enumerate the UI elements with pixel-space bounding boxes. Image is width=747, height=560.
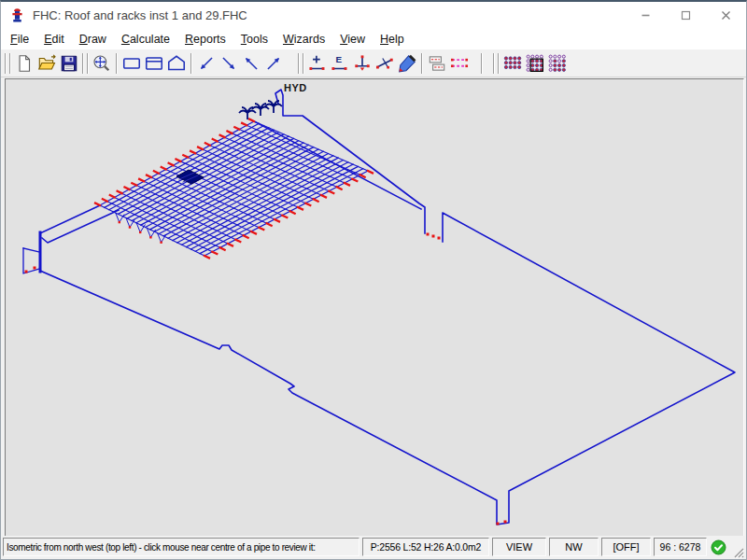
sprinkler-tick[interactable]: [298, 207, 303, 209]
dashed-lines-button[interactable]: [448, 51, 471, 76]
sprinkler-tick[interactable]: [103, 199, 107, 201]
arrow-ne-button[interactable]: [262, 51, 285, 76]
tee-arrows-button[interactable]: [351, 51, 374, 76]
rect-plan-button[interactable]: [120, 51, 143, 76]
crossed-line-button[interactable]: [374, 51, 396, 76]
drop-hanger[interactable]: [136, 223, 145, 232]
sprinkler-tick[interactable]: [124, 187, 129, 189]
drop-hanger[interactable]: [116, 213, 124, 222]
sprinkler-tick[interactable]: [198, 147, 203, 149]
sprinkler-tick[interactable]: [352, 179, 357, 181]
zoom-extents-button[interactable]: [91, 51, 113, 76]
sprinkler-tick[interactable]: [169, 163, 174, 165]
sprinkler-tick[interactable]: [154, 171, 159, 173]
sprinkler-head[interactable]: [438, 237, 441, 240]
dot-grid-filled-button[interactable]: [501, 51, 524, 76]
sprinkler-tick[interactable]: [205, 143, 210, 145]
sprinkler-tick[interactable]: [147, 175, 151, 177]
menu-view[interactable]: View: [332, 31, 373, 48]
pipe-0[interactable]: [40, 213, 735, 525]
range-pipe[interactable]: [105, 123, 259, 207]
sprinkler-head[interactable]: [25, 271, 28, 273]
sprinkler-tick[interactable]: [220, 247, 225, 249]
sprinkler-tick[interactable]: [321, 195, 326, 197]
minimize-button[interactable]: [626, 2, 666, 29]
menu-help[interactable]: Help: [373, 31, 412, 48]
arrow-se-button[interactable]: [218, 51, 240, 76]
sprinkler-tick[interactable]: [235, 240, 240, 242]
sprinkler-head[interactable]: [432, 235, 435, 238]
resize-grip[interactable]: [732, 545, 744, 557]
sprinkler-tick[interactable]: [275, 219, 279, 221]
branch-pipe[interactable]: [188, 158, 298, 207]
sprinkler-head[interactable]: [149, 236, 151, 238]
sprinkler-tick[interactable]: [220, 135, 225, 137]
sprinkler-tick[interactable]: [95, 203, 100, 205]
sprinkler-tick[interactable]: [251, 231, 256, 233]
drop-hanger[interactable]: [147, 228, 155, 237]
sprinkler-tick[interactable]: [110, 195, 115, 197]
sprinkler-head[interactable]: [129, 226, 131, 228]
hydrant-symbol[interactable]: [265, 101, 282, 113]
dot-grid-mixed-button[interactable]: [546, 51, 569, 76]
menu-tools[interactable]: Tools: [233, 31, 275, 48]
dot-grid-select-button[interactable]: [524, 51, 546, 76]
e-line-button[interactable]: E: [329, 51, 351, 76]
new-file-button[interactable]: [13, 51, 35, 76]
sprinkler-tick[interactable]: [204, 256, 209, 258]
maximize-button[interactable]: [666, 2, 706, 29]
sprinkler-tick[interactable]: [314, 199, 318, 201]
sprinkler-tick[interactable]: [176, 159, 180, 161]
sprinkler-tick[interactable]: [242, 123, 247, 125]
menu-file[interactable]: File: [3, 31, 36, 48]
sprinkler-tick[interactable]: [183, 155, 188, 157]
save-floppy-button[interactable]: [58, 51, 80, 76]
pipe-7[interactable]: [23, 248, 39, 252]
sprinkler-tick[interactable]: [190, 151, 195, 153]
sprinkler-tick[interactable]: [259, 228, 263, 230]
hydrant-symbol[interactable]: [239, 107, 256, 119]
sprinkler-tick[interactable]: [305, 203, 310, 205]
menu-calculate[interactable]: Calculate: [114, 31, 177, 48]
sprinkler-tick[interactable]: [132, 183, 136, 185]
open-folder-button[interactable]: [35, 51, 58, 76]
sprinkler-head[interactable]: [427, 233, 430, 236]
plus-line-button[interactable]: [306, 51, 329, 76]
sprinkler-tick[interactable]: [368, 171, 373, 173]
toolbar-grip[interactable]: [493, 53, 500, 74]
sprinkler-head[interactable]: [497, 523, 500, 525]
pipe-3[interactable]: [40, 205, 100, 233]
range-pipe[interactable]: [114, 128, 269, 212]
sprinkler-tick[interactable]: [337, 187, 342, 189]
sprinkler-tick[interactable]: [345, 183, 349, 185]
sprinkler-tick[interactable]: [249, 119, 254, 121]
close-button[interactable]: [706, 2, 746, 29]
arrow-sw-button[interactable]: [195, 51, 218, 76]
sprinkler-tick[interactable]: [329, 191, 333, 193]
sprinkler-tick[interactable]: [227, 131, 232, 133]
sprinkler-head[interactable]: [119, 221, 120, 223]
sprinkler-head[interactable]: [34, 267, 36, 270]
sprinkler-head[interactable]: [160, 242, 162, 244]
sprinkler-head[interactable]: [504, 521, 507, 524]
sprinkler-tick[interactable]: [139, 179, 144, 181]
menu-draw[interactable]: Draw: [72, 31, 114, 48]
sprinkler-tick[interactable]: [228, 244, 233, 245]
arrow-nw-button[interactable]: [240, 51, 262, 76]
rect-section-button[interactable]: [143, 51, 165, 76]
drop-hanger[interactable]: [158, 233, 166, 243]
sprinkler-tick[interactable]: [244, 235, 248, 237]
toolbar-grip[interactable]: [298, 53, 304, 74]
toolbar-grip[interactable]: [82, 53, 89, 74]
sprinkler-tick[interactable]: [282, 216, 287, 217]
range-pipe[interactable]: [109, 126, 264, 210]
pipe-1[interactable]: [275, 90, 425, 233]
menu-reports[interactable]: Reports: [177, 31, 233, 48]
range-pipe[interactable]: [132, 136, 289, 220]
menu-wizards[interactable]: Wizards: [275, 31, 332, 48]
range-pipe[interactable]: [118, 130, 274, 214]
drawing-canvas[interactable]: HYD: [5, 78, 744, 538]
pen-button[interactable]: [396, 51, 418, 76]
sprinkler-tick[interactable]: [234, 127, 239, 129]
toolbar-grip[interactable]: [5, 53, 11, 74]
